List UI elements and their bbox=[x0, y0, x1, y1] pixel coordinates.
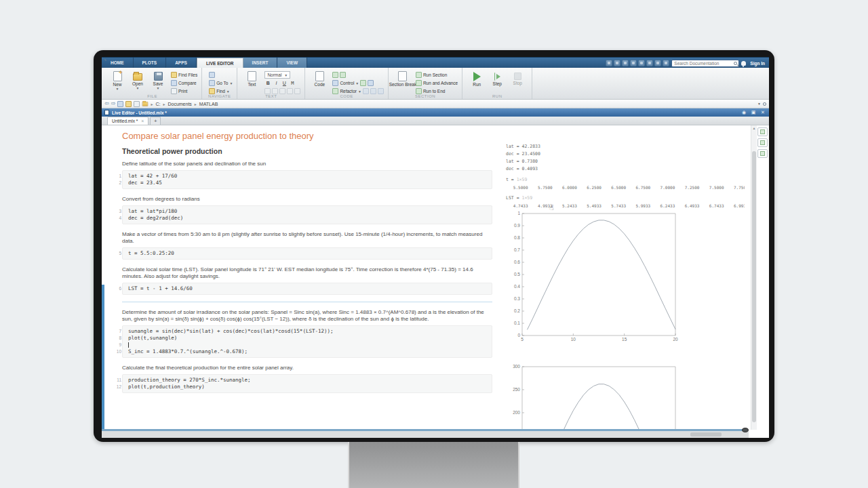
horizontal-scrollbar[interactable] bbox=[102, 431, 749, 438]
production-plot[interactable]: 150200250300 bbox=[502, 364, 686, 430]
ribbon-dropdown-normal[interactable]: Normal▼ bbox=[264, 71, 290, 79]
search-documentation-box[interactable] bbox=[671, 60, 739, 67]
code-line[interactable]: 3lat = lat*pi/180 bbox=[128, 208, 486, 215]
code-block[interactable]: 7sunangle = sin(dec)*sin(lat) + cos(dec)… bbox=[122, 325, 492, 358]
vertical-scrollbar[interactable]: ▲ bbox=[751, 125, 757, 430]
browse-folder-icon[interactable] bbox=[117, 101, 123, 107]
code-block[interactable]: 6LST = t - 1 + 14.6/60 bbox=[122, 283, 492, 295]
ribbon-button-find-files[interactable]: Find Files bbox=[171, 72, 197, 78]
redo-icon[interactable] bbox=[646, 60, 653, 66]
ribbon-button-icon[interactable] bbox=[378, 88, 384, 94]
new-tab-button[interactable]: + bbox=[150, 117, 161, 125]
vertical-scroll-thumb[interactable] bbox=[752, 151, 756, 422]
code-line[interactable]: 10S_inc = 1.4883*0.7.^(sunangle.^-0.678)… bbox=[128, 348, 486, 355]
notification-bell-icon[interactable] bbox=[741, 61, 746, 66]
ribbon-tab-home[interactable]: HOME bbox=[102, 58, 134, 68]
tab-untitled[interactable]: Untitled.mlx * × bbox=[107, 117, 149, 125]
code-line[interactable]: 4dec = deg2rad(dec) bbox=[128, 215, 486, 222]
addr-dropdown-icon[interactable]: ▼ bbox=[757, 102, 761, 105]
format-i-button[interactable]: I bbox=[273, 80, 279, 87]
ribbon-button-open[interactable]: Open▼ bbox=[127, 70, 148, 89]
window-help-icon[interactable]: ◉ bbox=[741, 109, 747, 116]
format-b-button[interactable]: B bbox=[264, 80, 271, 87]
ribbon-button-save[interactable]: Save▼ bbox=[148, 70, 168, 89]
layout-icon[interactable] bbox=[654, 60, 661, 66]
code-line[interactable]: 1lat = 42 + 17/60 bbox=[128, 173, 486, 180]
ribbon-button-step[interactable]: Step bbox=[487, 70, 507, 86]
code-line[interactable]: 12plot(t,production_theory) bbox=[128, 384, 486, 390]
format-m-button[interactable]: M bbox=[289, 80, 296, 87]
ribbon-button-icon[interactable] bbox=[340, 72, 346, 78]
code-block[interactable]: 11production_theory = 270*S_inc.*sunangl… bbox=[122, 374, 492, 393]
code-line[interactable]: 2dec = 23.45 bbox=[128, 180, 486, 186]
sunangle-plot[interactable]: 00.10.20.30.40.50.60.70.80.915101520 bbox=[502, 209, 686, 346]
ribbon-button-run-to-end[interactable]: Run to End bbox=[416, 88, 446, 94]
undo-icon[interactable] bbox=[638, 60, 645, 66]
ribbon-button-code[interactable]: Code bbox=[309, 70, 330, 87]
tab-close-icon[interactable]: × bbox=[141, 119, 144, 123]
ribbon-button-icon[interactable] bbox=[272, 88, 278, 94]
cut-icon[interactable] bbox=[614, 60, 620, 66]
code-line[interactable]: 5t = 5.5:0.25:20 bbox=[128, 250, 486, 257]
ribbon-button-icon[interactable] bbox=[363, 88, 369, 94]
output-control-button[interactable] bbox=[757, 138, 768, 147]
code-line[interactable]: 11production_theory = 270*S_inc.*sunangl… bbox=[128, 377, 486, 384]
code-line[interactable]: 8plot(t,sunangle) bbox=[128, 335, 486, 342]
breadcrumb-segment-c[interactable]: C: bbox=[155, 102, 160, 106]
ribbon-button-icon[interactable] bbox=[368, 80, 374, 86]
ribbon-button-control[interactable]: Control▼ bbox=[332, 80, 359, 86]
breadcrumb[interactable]: ▸C:▸Documents▸MATLAB bbox=[151, 102, 218, 106]
code-block[interactable]: 3lat = lat*pi/1804dec = deg2rad(dec) bbox=[122, 205, 492, 224]
copy-icon[interactable] bbox=[622, 60, 629, 66]
help-icon[interactable] bbox=[663, 60, 669, 66]
back-icon[interactable]: ⇦ bbox=[104, 101, 109, 106]
code-line[interactable]: 7sunangle = sin(dec)*sin(lat) + cos(dec)… bbox=[128, 328, 486, 335]
ribbon-button-new[interactable]: New▼ bbox=[107, 70, 127, 90]
ribbon-button-go-to[interactable]: Go To▼ bbox=[209, 80, 233, 86]
code-block[interactable]: 5t = 5.5:0.25:20 bbox=[122, 247, 492, 260]
ribbon-button-run[interactable]: Run bbox=[467, 70, 487, 87]
forward-icon[interactable]: ⇨ bbox=[111, 101, 116, 106]
ribbon-button-section-break[interactable]: Section Break bbox=[393, 70, 413, 87]
ribbon-tab-apps[interactable]: APPS bbox=[166, 58, 197, 68]
window-close-icon[interactable]: ✕ bbox=[760, 109, 766, 116]
ribbon-button-icon[interactable] bbox=[264, 88, 271, 94]
format-u-button[interactable]: U bbox=[281, 80, 288, 87]
window-dock-icon[interactable]: ▣ bbox=[750, 109, 757, 116]
ribbon-tab-insert[interactable]: INSERT bbox=[243, 58, 278, 68]
ribbon-button-find[interactable]: Find▼ bbox=[209, 88, 230, 94]
ribbon-button-icon[interactable] bbox=[360, 80, 366, 86]
paste-icon[interactable] bbox=[630, 60, 637, 66]
search-input[interactable] bbox=[674, 60, 732, 66]
ribbon-button-icon[interactable] bbox=[294, 88, 300, 94]
ribbon-button-run-section[interactable]: Run Section bbox=[416, 72, 447, 78]
ribbon-button-icon[interactable] bbox=[332, 72, 338, 78]
ribbon-tab-view[interactable]: VIEW bbox=[277, 58, 307, 68]
sign-in-link[interactable]: Sign In bbox=[748, 61, 767, 66]
ribbon-button-icon[interactable] bbox=[279, 88, 285, 94]
up-folder-icon[interactable] bbox=[125, 101, 132, 107]
doc-content[interactable]: Compare solar panel energy production to… bbox=[102, 125, 496, 430]
ribbon-button-icon[interactable] bbox=[370, 88, 376, 94]
output-control-button[interactable] bbox=[757, 149, 768, 158]
addr-search-icon[interactable] bbox=[763, 102, 766, 106]
ribbon-button-run-and-advance[interactable]: Run and Advance bbox=[416, 80, 458, 86]
ribbon-tab-plots[interactable]: PLOTS bbox=[134, 58, 167, 68]
ribbon-button-print[interactable]: Print bbox=[171, 88, 187, 94]
ribbon-button-icon[interactable] bbox=[287, 88, 293, 94]
code-block[interactable]: 1lat = 42 + 17/602dec = 23.45 bbox=[122, 170, 492, 189]
ribbon-tab-live-editor[interactable]: LIVE EDITOR bbox=[197, 58, 243, 68]
recent-folder-icon[interactable] bbox=[134, 101, 140, 107]
ribbon-button-stop[interactable]: Stop bbox=[507, 70, 528, 85]
breadcrumb-segment-documents[interactable]: Documents bbox=[167, 102, 191, 106]
code-line[interactable]: 6LST = t - 1 + 14.6/60 bbox=[128, 285, 486, 292]
ribbon-button-icon[interactable] bbox=[209, 72, 215, 78]
ribbon-button-text[interactable]: Text bbox=[241, 70, 262, 87]
code-line[interactable]: 9 bbox=[128, 342, 486, 348]
ribbon-button-compare[interactable]: Compare bbox=[171, 80, 197, 86]
ribbon-button-refactor[interactable]: Refactor▼ bbox=[332, 88, 361, 94]
save-icon[interactable] bbox=[606, 60, 612, 66]
output-control-button[interactable] bbox=[757, 127, 768, 136]
scroll-up-icon[interactable]: ▲ bbox=[751, 126, 757, 130]
horizontal-scroll-thumb[interactable] bbox=[690, 432, 722, 436]
